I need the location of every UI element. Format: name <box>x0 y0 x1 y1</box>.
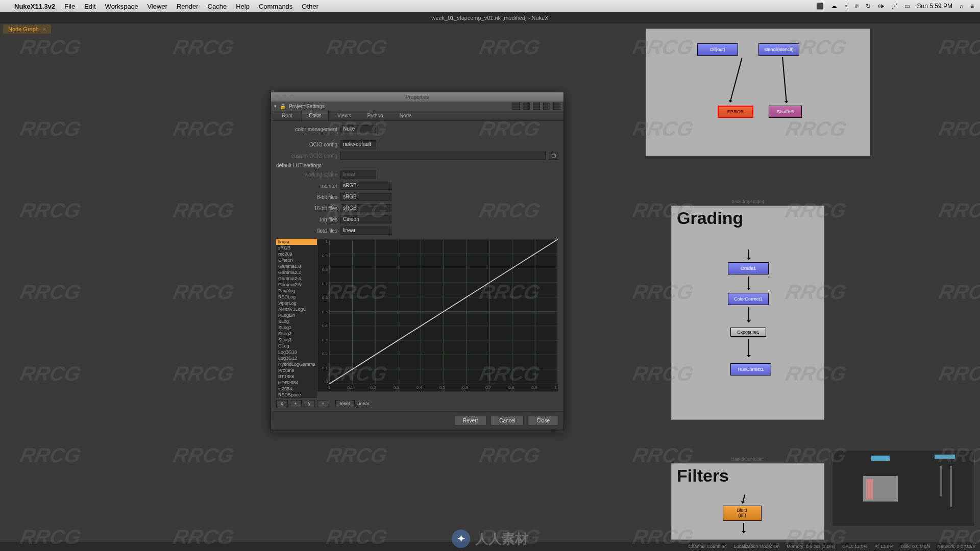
bluetooth-icon[interactable]: ᚼ <box>844 3 848 10</box>
tab-node[interactable]: Node <box>392 111 420 120</box>
tab-node-graph[interactable]: Node Graph × <box>3 24 51 34</box>
select-color-management[interactable]: Nuke <box>340 125 376 133</box>
select-16bit[interactable]: sRGB <box>340 204 391 212</box>
curve-graph[interactable]: 10.90.80.70.60.50.40.30.20.10 00.10.20.3… <box>317 239 558 392</box>
node-colorcorrect1[interactable]: ColorCorrect1 <box>728 293 769 305</box>
minimap[interactable] <box>832 450 975 527</box>
curve-list-item[interactable]: Gamma1.8 <box>276 263 317 269</box>
backdrop-filters[interactable]: BackdropNode5 Filters Blur1 (all) <box>671 463 824 540</box>
volume-icon[interactable]: 🕪 <box>878 3 884 10</box>
curve-list-item[interactable]: SLog2 <box>276 331 317 337</box>
curve-list-item[interactable]: ViperLog <box>276 300 317 306</box>
select-log-files[interactable]: Cineon <box>340 215 391 223</box>
select-float-files[interactable]: linear <box>340 227 391 235</box>
node-grade1[interactable]: Grade1 <box>728 262 769 274</box>
tab-views[interactable]: Views <box>330 111 359 120</box>
dialog-close-icon[interactable] <box>553 103 560 110</box>
lock-icon[interactable]: 🔒 <box>280 104 286 109</box>
curve-list-item[interactable]: SLog <box>276 318 317 324</box>
curve-list-item[interactable]: Cineon <box>276 257 317 263</box>
select-8bit[interactable]: sRGB <box>340 193 391 201</box>
menu-other[interactable]: Other <box>302 3 318 10</box>
display-icon[interactable]: ⎚ <box>855 3 859 10</box>
cancel-button[interactable]: Cancel <box>491 416 524 425</box>
dialog-ctrl-3[interactable] <box>533 103 540 110</box>
curve-list-item[interactable]: Gamma2.6 <box>276 282 317 288</box>
clock[interactable]: Sun 5:59 PM <box>917 3 952 10</box>
disclosure-icon[interactable]: ▾ <box>274 104 277 109</box>
menuextra-icon[interactable]: ⬛ <box>816 3 824 10</box>
dialog-ctrl-2[interactable] <box>523 103 530 110</box>
dialog-ctrl-4[interactable] <box>543 103 550 110</box>
dialog-titlebar[interactable]: Properties <box>271 92 564 102</box>
curve-btn-y[interactable]: y <box>304 400 315 407</box>
curve-list-item[interactable]: SLog3 <box>276 337 317 343</box>
status-localization: Localization Mode: On <box>734 544 780 549</box>
spotlight-icon[interactable]: ⌕ <box>960 3 963 10</box>
app-name[interactable]: NukeX11.3v2 <box>14 3 55 10</box>
menu-help[interactable]: Help <box>236 3 250 10</box>
curve-list-item[interactable]: Panalog <box>276 288 317 294</box>
curve-list-item[interactable]: HDR2084 <box>276 380 317 386</box>
curve-btn-plus2[interactable]: + <box>317 400 329 407</box>
node-shuffle[interactable]: Shuffle5 <box>769 106 802 118</box>
select-ocio-config[interactable]: nuke-default <box>340 140 376 148</box>
node-error[interactable]: ERROR <box>718 106 753 118</box>
menu-cache[interactable]: Cache <box>208 3 227 10</box>
curve-list-item[interactable]: rec709 <box>276 251 317 257</box>
menu-render[interactable]: Render <box>177 3 199 10</box>
curve-list-item[interactable]: Gamma2.2 <box>276 269 317 276</box>
curve-list-item[interactable]: REDLog <box>276 294 317 300</box>
menu-file[interactable]: File <box>64 3 75 10</box>
backdrop-grading[interactable]: BackdropNode4 Grading Grade1 ColorCorrec… <box>671 206 824 420</box>
menu-viewer[interactable]: Viewer <box>147 3 167 10</box>
curve-btn-plus[interactable]: + <box>290 400 302 407</box>
menu-edit[interactable]: Edit <box>84 3 95 10</box>
tab-root[interactable]: Root <box>274 111 300 120</box>
tab-color[interactable]: Color <box>301 111 329 120</box>
window-title: week_01_slapcomp_v01.nk [modified] - Nuk… <box>0 12 980 23</box>
tab-python[interactable]: Python <box>360 111 391 120</box>
backdrop-top[interactable]: Dif(out) stencil(stencil) ERROR Shuffle5 <box>646 29 870 156</box>
node-stencil[interactable]: stencil(stencil) <box>758 43 799 56</box>
label-custom-ocio: custom OCIO config <box>276 153 337 159</box>
node-blur1[interactable]: Blur1 (all) <box>723 506 762 521</box>
battery-icon[interactable]: ▭ <box>904 3 910 10</box>
traffic-lights[interactable] <box>274 94 295 99</box>
node-difout[interactable]: Dif(out) <box>697 43 738 56</box>
curve-list-item[interactable]: Log3G12 <box>276 355 317 361</box>
select-monitor[interactable]: sRGB <box>340 182 391 190</box>
curve-list-item[interactable]: st2084 <box>276 386 317 392</box>
revert-button[interactable]: Revert <box>454 416 486 425</box>
tab-label: Node Graph <box>8 26 39 32</box>
cloud-icon[interactable]: ☁ <box>831 3 837 10</box>
curve-list-item[interactable]: linear <box>276 239 317 245</box>
curve-btn-x[interactable]: x <box>276 400 288 407</box>
curve-list-item[interactable]: HybridLogGamma <box>276 361 317 367</box>
curve-list-item[interactable]: REDSpace <box>276 392 317 398</box>
curve-list-item[interactable]: sRGB <box>276 245 317 251</box>
dialog-ctrl-1[interactable] <box>512 103 520 110</box>
curve-list-item[interactable]: Protune <box>276 367 317 373</box>
curve-list-item[interactable]: BT1886 <box>276 373 317 380</box>
menu-commands[interactable]: Commands <box>259 3 292 10</box>
close-button[interactable]: Close <box>528 416 558 425</box>
curve-list-item[interactable]: AlexaV3LogC <box>276 306 317 312</box>
curve-list[interactable]: linearsRGBrec709CineonGamma1.8Gamma2.2Ga… <box>276 239 317 398</box>
curve-list-item[interactable]: PLogLin <box>276 312 317 318</box>
reset-button[interactable]: reset <box>335 400 355 407</box>
close-icon[interactable]: × <box>43 27 46 32</box>
node-huecorrect1[interactable]: HueCorrect1 <box>730 363 771 375</box>
menu-workspace[interactable]: Workspace <box>105 3 138 10</box>
wifi-icon[interactable]: ⋰ <box>891 3 897 10</box>
notification-icon[interactable]: ≡ <box>970 3 974 10</box>
browse-icon[interactable]: ▢ <box>549 152 558 160</box>
node-exposure1[interactable]: Exposure1 <box>730 328 766 337</box>
curve-list-item[interactable]: SLog1 <box>276 324 317 331</box>
curve-list-item[interactable]: Log3G10 <box>276 349 317 355</box>
curve-list-item[interactable]: Gamma2.4 <box>276 276 317 282</box>
curve-list-item[interactable]: CLog <box>276 343 317 349</box>
timemachine-icon[interactable]: ↻ <box>866 3 871 10</box>
node-graph-canvas[interactable]: Properties ▾ 🔒 Project Settings Root Col… <box>0 35 980 540</box>
dialog-header: ▾ 🔒 Project Settings <box>271 102 564 111</box>
